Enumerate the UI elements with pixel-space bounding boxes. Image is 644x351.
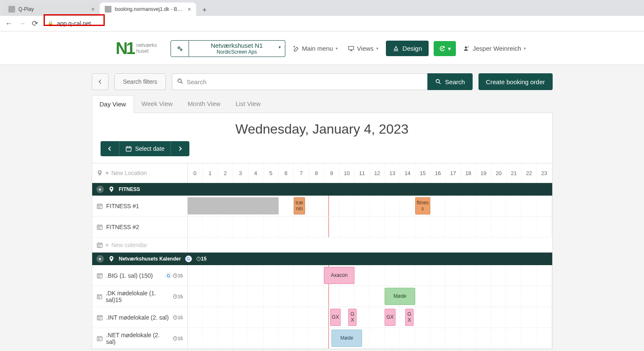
browser-tab[interactable]: booking.normansvej1.dk - Booki × bbox=[100, 3, 196, 16]
row-label[interactable]: .BIG (1. sal) (150)G15 bbox=[92, 265, 188, 286]
svg-point-3 bbox=[465, 46, 467, 48]
main-menu-dropdown[interactable]: Main menu ▾ bbox=[290, 43, 340, 54]
date-header: Wednesday, January 4, 2023 bbox=[92, 113, 552, 141]
row-label[interactable]: FITNESS #1 bbox=[92, 196, 188, 216]
svg-rect-45 bbox=[98, 339, 98, 340]
search-button[interactable]: Search bbox=[427, 73, 473, 90]
calendar-event[interactable]: træ nin bbox=[294, 197, 305, 214]
calendar-event[interactable]: Axacon bbox=[324, 267, 354, 284]
reload-icon[interactable]: ⟳ bbox=[32, 19, 38, 28]
new-calendar-row[interactable]: +New calendar bbox=[92, 237, 552, 253]
close-icon[interactable]: × bbox=[91, 6, 95, 13]
row-track[interactable]: Axacon bbox=[188, 265, 552, 286]
calendar-row: .NET mødelokale (2. sal)15Møde bbox=[92, 328, 552, 349]
lock-icon: 🔒 bbox=[47, 21, 54, 26]
search-input[interactable] bbox=[172, 73, 427, 90]
calendar-row: .INT mødelokale (2. sal)15GXG XGXG X bbox=[92, 307, 552, 328]
browser-tab[interactable]: Q-Play × bbox=[3, 3, 100, 16]
svg-rect-33 bbox=[98, 297, 98, 298]
row-track[interactable]: Møde bbox=[188, 328, 552, 348]
hour-cell: 4 bbox=[248, 163, 264, 183]
search-icon bbox=[177, 78, 184, 86]
svg-rect-22 bbox=[99, 246, 100, 247]
search-filters-button[interactable]: Search filters bbox=[114, 73, 166, 90]
tab-title: Q-Play bbox=[18, 6, 88, 12]
svg-rect-20 bbox=[99, 245, 100, 246]
button-label: Select date bbox=[135, 145, 165, 152]
button-label: Create booking order bbox=[486, 78, 545, 85]
row-track[interactable]: GXG XGXG X bbox=[188, 307, 552, 328]
group-name: FITNESS bbox=[119, 186, 140, 192]
view-tab[interactable]: Week View bbox=[134, 95, 180, 113]
date-prev-button[interactable] bbox=[101, 141, 119, 156]
row-label[interactable]: .INT mødelokale (2. sal)15 bbox=[92, 307, 188, 328]
hour-cell: 13 bbox=[385, 163, 400, 183]
hour-cell: 17 bbox=[446, 163, 461, 183]
calendar-event[interactable]: GX bbox=[330, 309, 341, 326]
calendar-event[interactable]: G X bbox=[405, 309, 414, 326]
calendar-row: FITNESS #1træ ninfitnes s bbox=[92, 196, 552, 217]
close-icon[interactable]: × bbox=[188, 6, 191, 13]
back-icon[interactable]: ← bbox=[5, 19, 13, 28]
view-tab[interactable]: List View bbox=[228, 95, 268, 113]
page: N1 netværks huset Netværkshuset N1 Nordi… bbox=[0, 31, 644, 351]
user-menu[interactable]: Jesper Weinreich ▾ bbox=[461, 43, 528, 54]
menu-label: Main menu bbox=[302, 45, 333, 52]
org-selector[interactable]: Netværkshuset N1 NordicScreen Aps ▾ bbox=[189, 40, 285, 57]
calendar-event[interactable]: fitnes s bbox=[415, 197, 430, 214]
svg-rect-12 bbox=[99, 207, 100, 208]
row-track[interactable]: Møde bbox=[188, 286, 552, 307]
content: Search filters Search Create booking ord… bbox=[92, 65, 553, 351]
calendar-group-header: ▾FITNESS bbox=[92, 183, 552, 196]
url-box[interactable]: 🔒 app.q-cal.net bbox=[44, 18, 94, 28]
svg-rect-2 bbox=[349, 46, 354, 49]
collapse-icon[interactable]: ▾ bbox=[96, 255, 104, 263]
svg-rect-28 bbox=[99, 276, 100, 277]
group-name: Netværkshusets Kalender bbox=[119, 256, 181, 262]
calendar-event[interactable]: GX bbox=[385, 309, 395, 326]
calendar-event[interactable]: Møde bbox=[385, 288, 415, 305]
new-calendar-label[interactable]: +New calendar bbox=[92, 237, 188, 252]
hour-header: 01234567891011121314151617181920212223 bbox=[188, 163, 552, 183]
collapse-icon[interactable]: ▾ bbox=[96, 186, 104, 193]
resource-name: FITNESS #1 bbox=[106, 203, 140, 209]
row-label[interactable]: .DK mødelokale (1. sal)1515 bbox=[92, 286, 188, 307]
view-tabs: Day ViewWeek ViewMonth ViewList View bbox=[92, 95, 553, 113]
caret-down-icon: ▾ bbox=[448, 45, 451, 52]
button-label: Search bbox=[445, 78, 465, 85]
hour-cell: 23 bbox=[537, 163, 552, 183]
row-label[interactable]: .NET mødelokale (2. sal)15 bbox=[92, 328, 188, 348]
calendar-row: .BIG (1. sal) (150)G15Axacon bbox=[92, 265, 552, 286]
resource-name: .NET mødelokale (2. sal) bbox=[106, 332, 169, 345]
create-booking-button[interactable]: Create booking order bbox=[478, 73, 553, 90]
date-next-button[interactable] bbox=[171, 141, 189, 156]
views-dropdown[interactable]: Views ▾ bbox=[345, 43, 381, 54]
sync-button[interactable]: ▾ bbox=[434, 41, 456, 56]
svg-rect-43 bbox=[98, 338, 98, 339]
svg-rect-19 bbox=[98, 245, 99, 246]
settings-button[interactable] bbox=[171, 40, 189, 57]
calendar-panel: Wednesday, January 4, 2023 Select date bbox=[92, 113, 553, 349]
view-tab[interactable]: Day View bbox=[92, 95, 134, 113]
svg-rect-17 bbox=[99, 228, 100, 229]
svg-rect-9 bbox=[98, 206, 99, 207]
favicon bbox=[8, 6, 15, 13]
row-label[interactable]: FITNESS #2 bbox=[92, 217, 188, 237]
design-button[interactable]: Design bbox=[386, 41, 429, 56]
hour-cell: 14 bbox=[400, 163, 415, 183]
new-tab-button[interactable]: + bbox=[199, 4, 210, 16]
button-label: Search filters bbox=[123, 78, 158, 85]
calendar-event[interactable]: Møde bbox=[331, 330, 362, 347]
view-tab[interactable]: Month View bbox=[180, 95, 228, 113]
row-track[interactable]: træ ninfitnes s bbox=[188, 196, 552, 216]
back-button[interactable] bbox=[92, 73, 109, 90]
hour-cell: 2 bbox=[218, 163, 233, 183]
row-track[interactable] bbox=[188, 217, 552, 237]
calendar-event[interactable]: G X bbox=[348, 309, 357, 326]
new-location-cell[interactable]: + New Location bbox=[92, 163, 188, 183]
now-indicator bbox=[328, 307, 329, 328]
select-date-button[interactable]: Select date bbox=[119, 141, 171, 156]
calendar-grid: + New Location 0123456789101112131415161… bbox=[92, 163, 552, 349]
calendar-event[interactable] bbox=[188, 197, 279, 214]
svg-rect-7 bbox=[126, 147, 131, 151]
